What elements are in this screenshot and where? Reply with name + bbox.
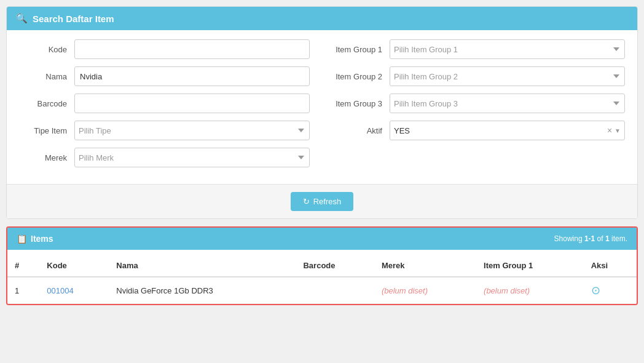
aktif-clear-button[interactable]: × bbox=[607, 126, 612, 135]
item-group3-row: Item Group 3 Pilih Item Group 3 bbox=[334, 94, 625, 113]
of-text: of bbox=[595, 234, 605, 243]
merek-row: Merek Pilih Merk bbox=[19, 148, 310, 167]
table-panel: 📋 Items Showing 1-1 of 1 item. # Kode Na… bbox=[6, 226, 638, 305]
kode-link[interactable]: 001004 bbox=[47, 286, 73, 295]
barcode-input[interactable] bbox=[74, 94, 310, 113]
table-spacer bbox=[7, 250, 637, 255]
tipe-row: Tipe Item Pilih Tipe bbox=[19, 121, 310, 140]
col-header-barcode: Barcode bbox=[296, 255, 374, 277]
cell-item-group1: (belum diset) bbox=[476, 277, 584, 304]
barcode-row: Barcode bbox=[19, 94, 310, 113]
refresh-label: Refresh bbox=[313, 197, 342, 206]
table-row: 1 001004 Nvidia GeForce 1Gb DDR3 (belum … bbox=[7, 277, 637, 304]
search-panel: 🔍 Search Daftar Item Kode Nama Barcode bbox=[6, 6, 638, 219]
item-group3-select[interactable]: Pilih Item Group 3 bbox=[390, 94, 625, 113]
showing-range: 1-1 bbox=[584, 234, 595, 243]
left-column: Kode Nama Barcode Tipe Item Pilih Tipe bbox=[19, 39, 310, 175]
data-table: # Kode Nama Barcode Merek Item Group 1 A… bbox=[7, 255, 637, 304]
nama-row: Nama bbox=[19, 66, 310, 86]
item-group1-not-set: (belum diset) bbox=[484, 286, 530, 295]
tipe-select[interactable]: Pilih Tipe bbox=[74, 121, 310, 140]
table-header-right: Showing 1-1 of 1 item. bbox=[554, 234, 627, 243]
col-header-nama: Nama bbox=[109, 255, 296, 277]
col-header-kode: Kode bbox=[39, 255, 109, 277]
kode-input[interactable] bbox=[74, 39, 310, 59]
table-header: 📋 Items Showing 1-1 of 1 item. bbox=[7, 228, 637, 250]
action-view-button[interactable]: ⊙ bbox=[591, 284, 600, 297]
item-group2-label: Item Group 2 bbox=[334, 72, 390, 81]
item-group3-label: Item Group 3 bbox=[334, 99, 390, 108]
item-group2-select[interactable]: Pilih Item Group 2 bbox=[390, 66, 625, 86]
suffix-text: item. bbox=[610, 234, 627, 243]
search-header: 🔍 Search Daftar Item bbox=[7, 7, 637, 30]
aktif-label: Aktif bbox=[334, 126, 390, 135]
col-header-aksi: Aksi bbox=[584, 255, 637, 277]
table-title: Items bbox=[31, 234, 53, 244]
kode-label: Kode bbox=[19, 45, 74, 54]
search-body: Kode Nama Barcode Tipe Item Pilih Tipe bbox=[7, 30, 637, 184]
search-title: Search Daftar Item bbox=[33, 14, 114, 24]
table-head: # Kode Nama Barcode Merek Item Group 1 A… bbox=[7, 255, 637, 277]
merek-label: Merek bbox=[19, 153, 74, 162]
right-column: Item Group 1 Pilih Item Group 1 Item Gro… bbox=[334, 39, 625, 175]
refresh-icon: ↻ bbox=[303, 197, 310, 206]
table-header-left: 📋 Items bbox=[17, 234, 53, 244]
item-group1-select[interactable]: Pilih Item Group 1 bbox=[390, 39, 625, 59]
merek-select[interactable]: Pilih Merk bbox=[74, 148, 310, 167]
aktif-row: Aktif YES × ▼ bbox=[334, 121, 625, 140]
item-group1-label: Item Group 1 bbox=[334, 45, 390, 54]
cell-merek: (belum diset) bbox=[374, 277, 476, 304]
cell-aksi: ⊙ bbox=[584, 277, 637, 304]
search-icon: 🔍 bbox=[16, 13, 28, 24]
cell-nama: Nvidia GeForce 1Gb DDR3 bbox=[109, 277, 296, 304]
cell-barcode bbox=[296, 277, 374, 304]
barcode-label: Barcode bbox=[19, 99, 74, 108]
nama-input[interactable] bbox=[74, 66, 310, 86]
aktif-dropdown-icon: ▼ bbox=[615, 127, 621, 134]
table-head-row: # Kode Nama Barcode Merek Item Group 1 A… bbox=[7, 255, 637, 277]
showing-text: Showing bbox=[554, 234, 584, 243]
col-header-no: # bbox=[7, 255, 39, 277]
total-count: 1 bbox=[605, 234, 610, 243]
table-body: 1 001004 Nvidia GeForce 1Gb DDR3 (belum … bbox=[7, 277, 637, 304]
tipe-label: Tipe Item bbox=[19, 126, 74, 135]
cell-kode: 001004 bbox=[39, 277, 109, 304]
search-footer: ↻ Refresh bbox=[7, 184, 637, 218]
table-icon: 📋 bbox=[17, 234, 27, 244]
nama-label: Nama bbox=[19, 72, 74, 81]
col-header-merek: Merek bbox=[374, 255, 476, 277]
item-group2-row: Item Group 2 Pilih Item Group 2 bbox=[334, 66, 625, 86]
cell-no: 1 bbox=[7, 277, 39, 304]
col-header-item-group1: Item Group 1 bbox=[476, 255, 584, 277]
form-grid: Kode Nama Barcode Tipe Item Pilih Tipe bbox=[19, 39, 625, 175]
aktif-value: YES bbox=[394, 126, 607, 135]
item-group1-row: Item Group 1 Pilih Item Group 1 bbox=[334, 39, 625, 59]
merek-not-set: (belum diset) bbox=[382, 286, 428, 295]
refresh-button[interactable]: ↻ Refresh bbox=[291, 192, 354, 211]
aktif-select-wrapper[interactable]: YES × ▼ bbox=[390, 121, 625, 140]
kode-row: Kode bbox=[19, 39, 310, 59]
